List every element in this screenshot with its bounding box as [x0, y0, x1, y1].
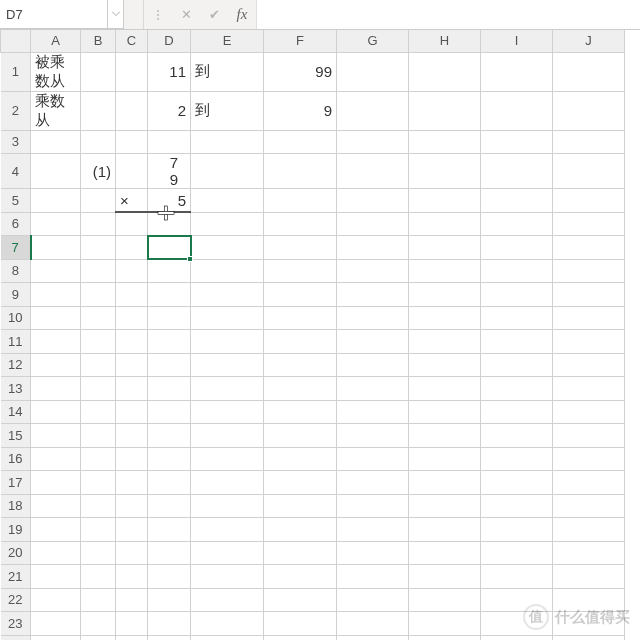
cell-C12[interactable]	[116, 353, 148, 377]
row-header-19[interactable]: 19	[1, 518, 31, 542]
cell-C5[interactable]: ×	[116, 189, 148, 213]
row-header-2[interactable]: 2	[1, 91, 31, 130]
cell-D15[interactable]	[148, 424, 191, 448]
cell-A4[interactable]	[31, 154, 81, 189]
cell-G12[interactable]	[337, 353, 409, 377]
col-header-I[interactable]: I	[481, 30, 553, 52]
cell-I1[interactable]	[481, 52, 553, 91]
row-header-6[interactable]: 6	[1, 212, 31, 236]
cell-E18[interactable]	[191, 494, 264, 518]
cell-I6[interactable]	[481, 212, 553, 236]
cell-A6[interactable]	[31, 212, 81, 236]
row-header-23[interactable]: 23	[1, 612, 31, 636]
cell-J3[interactable]	[553, 130, 625, 154]
cell-C14[interactable]	[116, 400, 148, 424]
cell-F1[interactable]: 99	[264, 52, 337, 91]
cell-H5[interactable]	[409, 189, 481, 213]
cell-A23[interactable]	[31, 612, 81, 636]
cell-I21[interactable]	[481, 565, 553, 589]
cell-J13[interactable]	[553, 377, 625, 401]
cell-A12[interactable]	[31, 353, 81, 377]
cell-E10[interactable]	[191, 306, 264, 330]
cell-G2[interactable]	[337, 91, 409, 130]
cell-G23[interactable]	[337, 612, 409, 636]
cell-J12[interactable]	[553, 353, 625, 377]
cell-B13[interactable]	[81, 377, 116, 401]
cell-G22[interactable]	[337, 588, 409, 612]
cell-D18[interactable]	[148, 494, 191, 518]
cell-E9[interactable]	[191, 283, 264, 307]
cell-G4[interactable]	[337, 154, 409, 189]
cell-A8[interactable]	[31, 259, 81, 283]
cell-B7[interactable]	[81, 236, 116, 260]
cell-I12[interactable]	[481, 353, 553, 377]
cell-F14[interactable]	[264, 400, 337, 424]
cell-J10[interactable]	[553, 306, 625, 330]
cell-F6[interactable]	[264, 212, 337, 236]
row-header-22[interactable]: 22	[1, 588, 31, 612]
cell-D2[interactable]: 2	[148, 91, 191, 130]
cell-J8[interactable]	[553, 259, 625, 283]
cell-G1[interactable]	[337, 52, 409, 91]
cell-B9[interactable]	[81, 283, 116, 307]
col-header-A[interactable]: A	[31, 30, 81, 52]
cell-B23[interactable]	[81, 612, 116, 636]
row-header-9[interactable]: 9	[1, 283, 31, 307]
cell-H23[interactable]	[409, 612, 481, 636]
cell-H19[interactable]	[409, 518, 481, 542]
row-header-1[interactable]: 1	[1, 52, 31, 91]
cell-E12[interactable]	[191, 353, 264, 377]
cell-E21[interactable]	[191, 565, 264, 589]
cell-F20[interactable]	[264, 541, 337, 565]
cell-H22[interactable]	[409, 588, 481, 612]
cell-F15[interactable]	[264, 424, 337, 448]
cell-C23[interactable]	[116, 612, 148, 636]
cell-A2[interactable]: 乘数从	[31, 91, 81, 130]
cell-G13[interactable]	[337, 377, 409, 401]
cell-B6[interactable]	[81, 212, 116, 236]
row-header-16[interactable]: 16	[1, 447, 31, 471]
cell-C7[interactable]	[116, 236, 148, 260]
cell-B11[interactable]	[81, 330, 116, 354]
cell-G20[interactable]	[337, 541, 409, 565]
row-header-10[interactable]: 10	[1, 306, 31, 330]
cell-E17[interactable]	[191, 471, 264, 495]
insert-function-button[interactable]: fx	[228, 0, 256, 29]
cell-D23[interactable]	[148, 612, 191, 636]
cell-F12[interactable]	[264, 353, 337, 377]
cell-G24[interactable]	[337, 635, 409, 640]
cell-H1[interactable]	[409, 52, 481, 91]
row-header-18[interactable]: 18	[1, 494, 31, 518]
cell-C4[interactable]	[116, 154, 148, 189]
cell-A21[interactable]	[31, 565, 81, 589]
row-header-20[interactable]: 20	[1, 541, 31, 565]
row-header-4[interactable]: 4	[1, 154, 31, 189]
cell-H24[interactable]	[409, 635, 481, 640]
fill-handle[interactable]	[187, 256, 193, 262]
cell-E22[interactable]	[191, 588, 264, 612]
cell-D6[interactable]	[148, 212, 191, 236]
cell-J5[interactable]	[553, 189, 625, 213]
row-header-14[interactable]: 14	[1, 400, 31, 424]
cell-E6[interactable]	[191, 212, 264, 236]
cell-D17[interactable]	[148, 471, 191, 495]
cell-E20[interactable]	[191, 541, 264, 565]
cell-A24[interactable]	[31, 635, 81, 640]
cell-I8[interactable]	[481, 259, 553, 283]
cell-J18[interactable]	[553, 494, 625, 518]
cell-C16[interactable]	[116, 447, 148, 471]
cell-F22[interactable]	[264, 588, 337, 612]
cell-J15[interactable]	[553, 424, 625, 448]
cell-J20[interactable]	[553, 541, 625, 565]
cancel-button[interactable]: ✕	[172, 0, 200, 29]
cell-B12[interactable]	[81, 353, 116, 377]
cell-I16[interactable]	[481, 447, 553, 471]
cell-G14[interactable]	[337, 400, 409, 424]
cell-E5[interactable]	[191, 189, 264, 213]
cell-A20[interactable]	[31, 541, 81, 565]
cell-I18[interactable]	[481, 494, 553, 518]
cell-B15[interactable]	[81, 424, 116, 448]
cell-C24[interactable]	[116, 635, 148, 640]
col-header-D[interactable]: D	[148, 30, 191, 52]
cell-D7[interactable]	[148, 236, 191, 260]
